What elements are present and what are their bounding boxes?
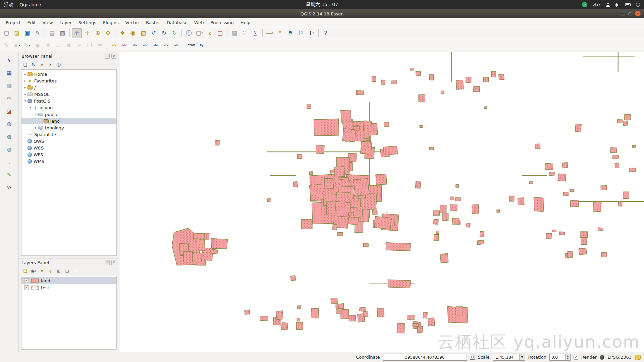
browser-item-public[interactable]: ▾public (21, 111, 116, 118)
save-layer-edits-button[interactable]: ▣▾ (12, 41, 22, 51)
rotation-input[interactable] (550, 354, 565, 360)
zoom-to-layer-button[interactable]: ▧ (138, 28, 148, 38)
filter-by-expression-button[interactable]: ε (47, 267, 54, 275)
new-print-composer-button[interactable]: ▤ (47, 28, 57, 38)
node-tool-button[interactable]: ▱ (53, 41, 63, 51)
select-by-expression-button[interactable]: ε (205, 28, 215, 38)
crs-status[interactable]: EPSG:2363 (607, 355, 632, 360)
maximize-button[interactable]: ▢ (627, 11, 633, 16)
user-icon[interactable] (606, 3, 610, 7)
expand-all-button[interactable]: ⊞ (55, 267, 62, 275)
label-rotate-button[interactable]: abc (151, 41, 161, 51)
menu-project[interactable]: Project (3, 19, 23, 26)
tree-expander-icon[interactable]: ▸ (23, 93, 28, 96)
zoom-next-button[interactable]: ↻ (159, 28, 169, 38)
input-method-indicator[interactable]: zh ▾ (593, 2, 600, 7)
power-icon[interactable] (636, 3, 640, 7)
menu-layer[interactable]: Layer (57, 19, 75, 26)
add-raster-layer-button[interactable]: ▦ (4, 68, 15, 78)
filter-browser-button[interactable]: ▼ (38, 61, 46, 68)
toggle-extents-icon[interactable] (470, 355, 475, 360)
remote-session-icon[interactable]: ⇄ (582, 2, 587, 7)
label-pin-unpin-button[interactable]: abc (120, 41, 130, 51)
zoom-in-button[interactable]: ⊕ (93, 28, 103, 38)
menu-edit[interactable]: Edit (24, 19, 39, 26)
tree-expander-icon[interactable]: ▸ (34, 126, 38, 129)
browser-item-spatialite[interactable]: SpatiaLite (21, 131, 116, 138)
add-oracle-layer-button[interactable]: ◪ (4, 106, 15, 116)
collapse-all-layers-button[interactable]: ⊟ (63, 267, 71, 275)
menu-view[interactable]: View (40, 19, 56, 26)
add-spatialite-layer-button[interactable]: ✑ (4, 94, 15, 104)
browser-item-ows[interactable]: OWS (21, 138, 116, 144)
composer-manager-button[interactable]: ▩ (57, 28, 67, 38)
layer-visibility-checkbox[interactable] (24, 278, 29, 283)
help-button[interactable]: ? (321, 28, 331, 38)
coordinate-input[interactable] (383, 354, 467, 361)
map-canvas[interactable] (119, 52, 644, 352)
browser-properties-button[interactable]: ⓘ (55, 61, 62, 68)
clock[interactable]: 星期六 15：07 (306, 2, 338, 8)
layer-labeling-options-button[interactable]: abc (109, 41, 119, 51)
browser-item-aliyun[interactable]: ▾aliyun (21, 104, 116, 111)
new-bookmark-button[interactable]: ⚑ (285, 28, 296, 38)
identify-features-button[interactable]: ⓘ (184, 28, 194, 38)
browser-item-favourites[interactable]: ▸Favourites (21, 77, 116, 84)
python-console-button[interactable]: Py (197, 41, 207, 51)
float-panel-button[interactable]: ❐ (105, 260, 110, 265)
minimize-button[interactable]: — (619, 11, 625, 16)
filter-legend-button[interactable]: ▼ (38, 267, 46, 275)
field-calculator-button[interactable]: ∷ (240, 28, 250, 38)
tree-expander-icon[interactable]: ▸ (23, 86, 28, 89)
spin-down-icon[interactable]: ▼ (566, 357, 570, 361)
label-move-button[interactable]: abc (141, 41, 151, 51)
label-change-properties-button[interactable]: abc (161, 41, 171, 51)
open-attribute-table-button[interactable]: ▦ (229, 28, 239, 38)
add-wms-layer-button[interactable]: ◍ (4, 119, 15, 129)
zoom-out-button[interactable]: ⊖ (103, 28, 113, 38)
rotation-spinner[interactable]: ▲ ▼ (549, 354, 571, 361)
delete-selected-button[interactable]: ✖ (64, 41, 74, 51)
layer-item-test[interactable]: test (21, 284, 116, 291)
add-wfs-layer-button[interactable]: ◍ (4, 144, 15, 155)
pan-to-selection-button[interactable]: ✛ (82, 28, 92, 38)
render-checkbox[interactable] (574, 355, 578, 360)
add-delimited-text-layer-button[interactable]: , (4, 157, 15, 167)
browser-item--[interactable]: ▸/ (21, 84, 116, 91)
crs-icon[interactable] (600, 355, 604, 360)
layer-visibility-checkbox[interactable] (24, 285, 29, 290)
menu-vector[interactable]: Vector (122, 19, 142, 26)
measure-line-button[interactable]: ―▾ (265, 28, 275, 38)
save-project-button[interactable]: ▣ (22, 28, 32, 38)
activities-button[interactable]: 活动 (4, 2, 13, 8)
save-project-as-button[interactable]: ✎ (33, 28, 43, 38)
remove-layer-button[interactable]: − (72, 267, 79, 275)
add-group-button[interactable]: ❏ (21, 267, 29, 275)
new-project-button[interactable]: ▢ (1, 28, 11, 38)
map-tips-button[interactable]: ❝ (275, 28, 285, 38)
manage-layer-visibility-button[interactable]: ◉▾ (30, 267, 37, 275)
label-diagram-options-button[interactable]: abc (172, 41, 182, 51)
add-virtual-layer-button[interactable]: V▾ (4, 183, 15, 193)
show-bookmarks-button[interactable]: ⚐ (296, 28, 306, 38)
layer-item-land[interactable]: land (21, 277, 116, 284)
browser-item-land[interactable]: land (21, 118, 116, 124)
browser-item-postgis[interactable]: ▾PostGIS (21, 98, 116, 104)
tree-expander-icon[interactable]: ▾ (28, 106, 33, 109)
toggle-editing-button[interactable]: ✎ (1, 41, 11, 51)
current-edits-button[interactable]: ✎▾ (22, 41, 32, 51)
cut-features-button[interactable]: ✂ (74, 41, 84, 51)
new-shapefile-layer-button[interactable]: ✎ (4, 170, 15, 180)
select-features-button[interactable]: ▢▾ (194, 28, 204, 38)
log-messages-icon[interactable] (635, 355, 641, 360)
browser-item-wms[interactable]: WMS (21, 158, 116, 165)
csw-metasearch-button[interactable]: CSW (186, 41, 196, 51)
tree-expander-icon[interactable]: ▸ (23, 79, 28, 82)
add-feature-button[interactable]: ◆ (33, 41, 43, 51)
spin-up-icon[interactable]: ▲ (566, 354, 570, 357)
close-panel-button[interactable]: ✕ (111, 54, 116, 59)
browser-item-wcs[interactable]: WCS (21, 144, 116, 151)
browser-item-topology[interactable]: ▸topology (21, 124, 116, 131)
float-panel-button[interactable]: ❐ (105, 54, 110, 59)
browser-item-home[interactable]: ▸Home (21, 71, 116, 77)
